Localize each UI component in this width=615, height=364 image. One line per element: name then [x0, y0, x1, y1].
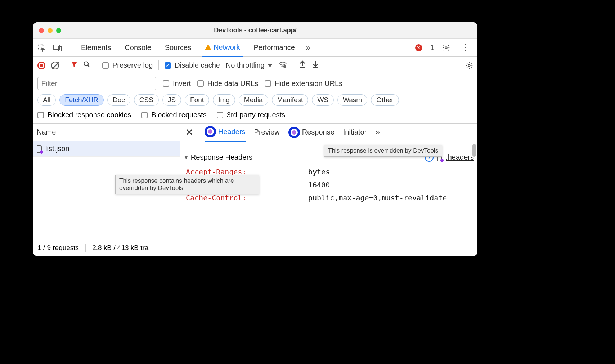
type-manifest[interactable]: Manifest — [272, 94, 309, 106]
type-js[interactable]: JS — [162, 94, 181, 106]
error-icon[interactable]: ✕ — [415, 44, 422, 51]
disable-cache-checkbox[interactable]: ✓Disable cache — [165, 61, 220, 69]
tab-headers[interactable]: Headers — [205, 122, 246, 142]
type-fetch-xhr[interactable]: Fetch/XHR — [59, 94, 104, 106]
header-value: 16400 — [308, 181, 472, 189]
warning-icon — [205, 44, 211, 50]
tab-response[interactable]: Response — [288, 123, 335, 142]
panel-tabbar: Elements Console Sources Network Perform… — [33, 39, 477, 57]
tab-initiator[interactable]: Initiator — [343, 124, 367, 140]
throttling-dropdown[interactable]: No throttling — [226, 61, 273, 69]
tooltip-headers-override: This response contains headers which are… — [115, 175, 259, 194]
search-icon[interactable] — [83, 61, 90, 70]
filter-icon[interactable] — [71, 61, 77, 69]
svg-point-4 — [84, 62, 89, 66]
request-footer: 1 / 9 requests 2.8 kB / 413 kB tra — [33, 239, 180, 256]
network-settings-gear-icon[interactable] — [465, 62, 473, 69]
type-other[interactable]: Other — [371, 94, 399, 106]
request-size: 2.8 kB / 413 kB tra — [92, 244, 148, 252]
disclosure-triangle-icon: ▼ — [184, 155, 189, 160]
more-options-icon[interactable]: ⋮ — [458, 42, 473, 53]
header-value: bytes — [308, 168, 472, 176]
blocked-requests-checkbox[interactable]: Blocked requests — [141, 111, 206, 119]
type-img[interactable]: Img — [213, 94, 235, 106]
filter-row: Invert Hide data URLs Hide extension URL… — [33, 74, 477, 93]
hide-data-urls-checkbox[interactable]: Hide data URLs — [197, 79, 258, 88]
section-title: Response Headers — [191, 153, 252, 161]
svg-point-5 — [284, 65, 286, 68]
titlebar: DevTools - coffee-cart.app/ — [33, 22, 477, 39]
separator — [70, 43, 70, 53]
third-party-checkbox[interactable]: 3rd-party requests — [217, 111, 285, 119]
override-indicator-icon — [288, 127, 300, 138]
type-doc[interactable]: Doc — [107, 94, 130, 106]
import-har-icon[interactable] — [312, 60, 319, 70]
tab-elements[interactable]: Elements — [78, 39, 114, 56]
override-indicator-icon — [205, 126, 216, 137]
tab-preview[interactable]: Preview — [254, 124, 280, 140]
svg-point-6 — [468, 64, 470, 67]
tab-performance[interactable]: Performance — [251, 39, 298, 56]
blocked-cookies-checkbox[interactable]: Blocked response cookies — [37, 111, 131, 119]
hide-extension-urls-checkbox[interactable]: Hide extension URLs — [265, 79, 342, 88]
type-font[interactable]: Font — [185, 94, 209, 106]
export-har-icon[interactable] — [299, 60, 306, 70]
record-button[interactable] — [37, 62, 45, 69]
request-list-header[interactable]: Name — [33, 124, 180, 141]
filter-input[interactable] — [37, 77, 156, 90]
preserve-log-checkbox[interactable]: Preserve log — [102, 61, 153, 69]
window-title: DevTools - coffee-cart.app/ — [33, 27, 477, 34]
tab-console[interactable]: Console — [122, 39, 154, 56]
network-toolbar: Preserve log ✓Disable cache No throttlin… — [33, 57, 477, 74]
devtools-window: DevTools - coffee-cart.app/ Elements Con… — [33, 22, 477, 256]
type-all[interactable]: All — [37, 94, 56, 106]
detail-tabs: ✕ Headers Preview Response Initiator » — [180, 124, 477, 141]
type-media[interactable]: Media — [239, 94, 268, 106]
tab-network[interactable]: Network — [202, 39, 243, 57]
headers-file-link[interactable]: .headers — [446, 153, 474, 161]
invert-checkbox[interactable]: Invert — [163, 79, 191, 88]
type-wasm[interactable]: Wasm — [337, 94, 367, 106]
request-row[interactable]: list.json — [33, 141, 180, 157]
chevron-down-icon — [268, 64, 273, 67]
device-toggle-icon[interactable] — [53, 44, 62, 51]
svg-point-3 — [445, 47, 447, 49]
more-tabs-button[interactable]: » — [306, 43, 310, 53]
tooltip-response-override: This response is overridden by DevTools — [324, 145, 442, 157]
more-detail-tabs[interactable]: » — [375, 128, 380, 137]
clear-button[interactable] — [51, 62, 59, 69]
tab-network-label: Network — [214, 43, 240, 51]
header-value: public,max-age=0,must-revalidate — [308, 194, 472, 202]
file-overridden-icon — [36, 145, 42, 153]
header-key: Cache-Control: — [186, 194, 308, 202]
tab-sources[interactable]: Sources — [162, 39, 194, 56]
request-count: 1 / 9 requests — [37, 244, 79, 252]
request-name: list.json — [45, 145, 69, 153]
type-filter-row: All Fetch/XHR Doc CSS JS Font Img Media … — [33, 93, 477, 109]
network-conditions-icon[interactable] — [278, 61, 287, 70]
settings-gear-icon[interactable] — [442, 44, 450, 52]
scrollbar-thumb[interactable] — [472, 144, 476, 157]
type-css[interactable]: CSS — [134, 94, 159, 106]
more-filters-row: Blocked response cookies Blocked request… — [33, 109, 477, 124]
error-count[interactable]: 1 — [430, 44, 434, 52]
type-ws[interactable]: WS — [312, 94, 334, 106]
inspect-icon[interactable] — [37, 44, 45, 52]
close-detail-button[interactable]: ✕ — [186, 127, 196, 137]
